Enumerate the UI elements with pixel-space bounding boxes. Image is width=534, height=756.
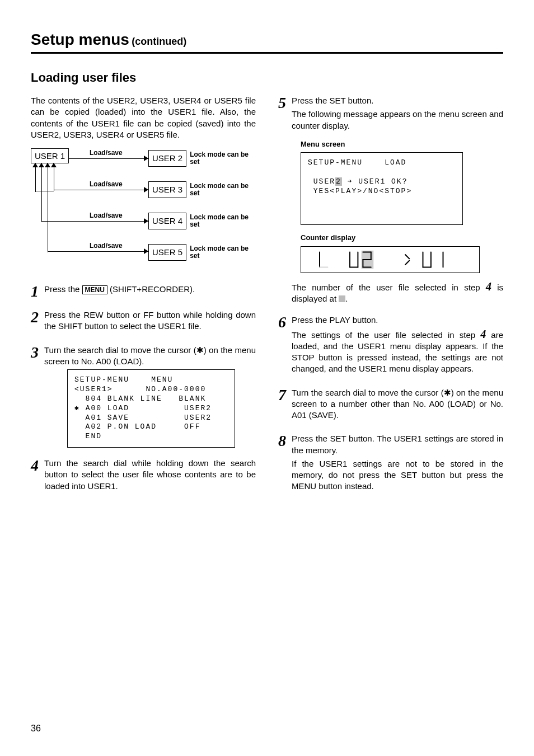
step-ref-4b: 4 [480,328,486,340]
step3-text: Turn the search dial to move the cursor … [44,345,256,368]
ms1-l6: A02 P.ON LOAD OFF [74,422,200,431]
ms2-l3: YES<PLAY>/NO<STOP> [308,187,412,195]
ms1-l7: END [74,432,102,440]
ms2-l2b: 2 [335,177,342,186]
svg-line-11 [405,255,409,259]
intro-text: The contents of the USER2, USER3, USER4 … [31,95,256,140]
ms2-l2c: ➔ USER1 OK? [342,177,408,186]
step-4: 4 Turn the search dial while holding dow… [31,458,256,494]
user5-box: USER 5 [148,244,186,261]
left-column: The contents of the USER2, USER3, USER4 … [31,95,256,495]
svg-line-12 [405,261,409,265]
menu-screen-2: SETUP-MENU LOAD USER2 ➔ USER1 OK? YES<PL… [301,152,463,225]
menu-screen-1: SETUP-MENU MENU <USER1> NO.A00-0000 804 … [67,369,235,448]
lock-label-3: Lock mode can be set [190,182,251,197]
page-header: Setup menus (continued) [31,31,503,49]
step-number: 3 [31,345,44,360]
step6-p1: Press the PLAY button. [292,314,503,326]
step5-note: The number of the user file selected in … [292,281,503,305]
step5-p2: The following message appears on the men… [292,109,503,132]
step-3: 3 Turn the search dial to move the curso… [31,345,256,370]
grey-placeholder-icon [339,295,345,302]
right-column: 5 Press the SET button. The following me… [278,95,503,495]
ms1-cursor: ✱ [74,404,80,412]
step8-p2: If the USER1 settings are not to be stor… [292,458,503,492]
user4-box: USER 4 [148,213,186,229]
ms1-l5: A01 SAVE USER2 [74,414,212,422]
step-1: 1 Press the MENU (SHIFT+RECORDER). [31,284,256,299]
step-ref-4: 4 [486,280,491,293]
ms1-l4: A00 LOAD USER2 [80,404,212,412]
page-title: Setup menus [31,31,129,48]
ms2-l1: SETUP-MENU LOAD [308,158,406,167]
user3-box: USER 3 [148,181,186,198]
lock-label-4: Lock mode can be set [190,214,251,228]
step-number: 8 [278,433,292,449]
page-title-continued: (continued) [132,36,186,47]
lock-label-5: Lock mode can be set [190,245,251,260]
step-2: 2 Press the REW button or FF button whil… [31,309,256,335]
step8-p1: Press the SET button. The USER1 settings… [292,433,503,456]
user2-box: USER 2 [148,150,186,167]
lock-label-2: Lock mode can be set [190,151,251,166]
title-rule [31,52,503,54]
step-number: 6 [278,314,292,330]
section-title: Loading user files [31,71,503,85]
ms2-l2a: USER [308,177,335,186]
step1-pre: Press the [44,284,82,294]
menu-key: MENU [82,285,107,294]
step-6: 6 Press the PLAY button. The settings of… [278,314,503,377]
step-number: 5 [278,95,292,111]
userfile-diagram: USER 1 Load/save Load/save [31,151,256,274]
step6-p2a: The settings of the user file selected i… [292,330,480,340]
step-8: 8 Press the SET button. The USER1 settin… [278,433,503,494]
ms1-l3: 804 BLANK LINE BLANK [74,395,206,403]
step-5: 5 Press the SET button. The following me… [278,95,503,134]
ms1-l1: SETUP-MENU MENU [74,375,173,384]
loadsave-label-3: Load/save [90,211,123,220]
step-number: 1 [31,284,44,299]
step5-p1: Press the SET button. [292,95,503,106]
counter-display [301,246,480,273]
step2-text: Press the REW button or FF button while … [44,309,256,332]
loadsave-label-4: Load/save [90,241,123,250]
step-number: 4 [31,458,44,473]
step7-text: Turn the search dial to move the cursor … [292,387,503,421]
ms1-l2: <USER1> NO.A00-0000 [74,385,206,393]
step4-text: Turn the search dial while holding down … [44,458,256,492]
loadsave-label-2: Load/save [90,180,123,189]
step-7: 7 Turn the search dial to move the curso… [278,387,503,424]
menu-screen-label: Menu screen [301,139,503,149]
step-number: 7 [278,387,292,403]
step1-post: (SHIFT+RECORDER). [107,284,195,294]
loadsave-label-1: Load/save [90,148,123,157]
user1-box: USER 1 [31,148,69,163]
page-number: 36 [31,724,41,734]
step-number: 2 [31,309,44,325]
seven-segment-svg [306,250,474,270]
counter-display-label: Counter display [301,233,503,243]
